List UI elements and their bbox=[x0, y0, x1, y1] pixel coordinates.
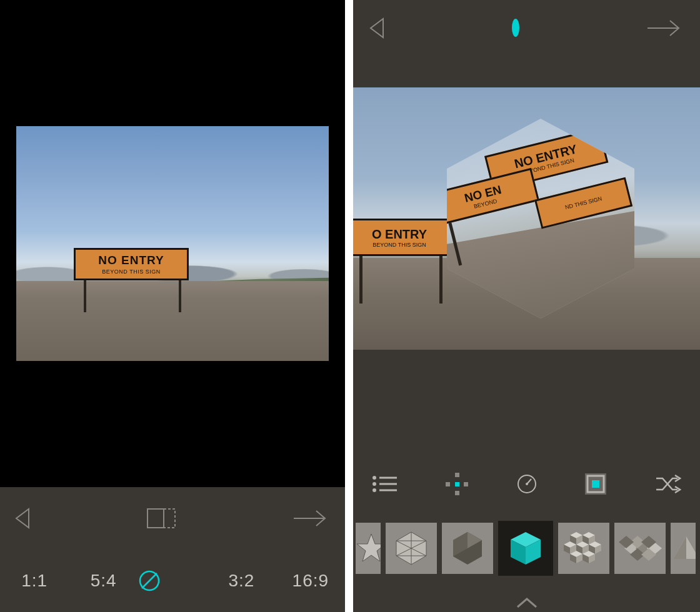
expand-button[interactable] bbox=[516, 597, 538, 608]
timer-button[interactable] bbox=[517, 474, 537, 494]
svg-point-12 bbox=[372, 488, 376, 492]
photo-preview: NO ENTRY BEYOND THIS SIGN bbox=[16, 126, 329, 361]
svg-marker-6 bbox=[371, 19, 383, 37]
sphere-icon bbox=[449, 530, 486, 566]
sign-post bbox=[179, 275, 181, 312]
chevron-up-icon bbox=[516, 597, 538, 608]
svg-line-5 bbox=[142, 573, 157, 588]
next-button[interactable] bbox=[646, 19, 684, 37]
hex-overlay[interactable]: NO ENTRY BEYOND THIS SIGN NO EN BEYOND bbox=[447, 119, 634, 318]
position-button[interactable] bbox=[446, 473, 468, 495]
svg-point-21 bbox=[526, 483, 528, 485]
triangle-left-icon bbox=[15, 508, 30, 529]
effect-editor-screen: O ENTRY BEYOND THIS SIGN NO ENTRY BEYOND bbox=[353, 0, 700, 612]
svg-rect-16 bbox=[455, 482, 459, 486]
svg-rect-17 bbox=[464, 482, 468, 486]
aspect-ratio-row: 1:1 5:4 3:2 16:9 bbox=[0, 550, 345, 612]
shape-cubes-pattern[interactable] bbox=[558, 523, 609, 574]
shape-sphere[interactable] bbox=[442, 523, 493, 574]
shuffle-icon bbox=[655, 475, 681, 493]
shape-cube[interactable] bbox=[498, 521, 553, 576]
next-button[interactable] bbox=[292, 509, 330, 528]
svg-rect-2 bbox=[164, 509, 175, 528]
sign-line2: BEYOND THIS SIGN bbox=[372, 242, 426, 248]
svg-rect-14 bbox=[455, 473, 459, 477]
ratio-none[interactable] bbox=[138, 570, 207, 592]
effect-preview[interactable]: O ENTRY BEYOND THIS SIGN NO ENTRY BEYOND bbox=[353, 87, 700, 350]
photo-canvas[interactable]: NO ENTRY BEYOND THIS SIGN bbox=[0, 0, 345, 487]
sign-line2: BEYOND THIS SIGN bbox=[102, 269, 160, 275]
ratio-16-9[interactable]: 16:9 bbox=[276, 571, 345, 591]
back-button[interactable] bbox=[369, 17, 384, 39]
svg-rect-1 bbox=[148, 509, 164, 528]
crop-controls: 1:1 5:4 3:2 16:9 bbox=[0, 487, 345, 612]
list-button[interactable] bbox=[372, 475, 397, 493]
shape-star[interactable] bbox=[356, 523, 381, 574]
sign-board: NO ENTRY BEYOND THIS SIGN bbox=[74, 248, 189, 280]
icosahedron-icon bbox=[392, 530, 430, 567]
pyramid-icon bbox=[671, 534, 696, 563]
position-icon bbox=[446, 473, 468, 495]
svg-point-10 bbox=[372, 482, 376, 486]
tool-row bbox=[353, 462, 700, 506]
cubes-pattern-icon bbox=[564, 530, 604, 566]
svg-point-8 bbox=[372, 476, 376, 480]
star-icon bbox=[356, 533, 381, 564]
top-bar bbox=[353, 0, 700, 56]
crop-frame-button[interactable] bbox=[147, 508, 176, 528]
back-button[interactable] bbox=[15, 508, 30, 529]
photo-base: O ENTRY BEYOND THIS SIGN NO ENTRY BEYOND bbox=[353, 87, 700, 350]
crop-editor-screen: NO ENTRY BEYOND THIS SIGN bbox=[0, 0, 345, 612]
frame-button[interactable] bbox=[585, 473, 606, 495]
arrow-right-icon bbox=[292, 509, 330, 528]
square-frame-icon bbox=[586, 475, 605, 493]
capture-button[interactable] bbox=[512, 22, 519, 34]
svg-rect-23 bbox=[592, 480, 599, 488]
shape-rhombus-pattern[interactable] bbox=[614, 523, 666, 574]
ratio-5-4[interactable]: 5:4 bbox=[69, 571, 138, 591]
triangle-left-icon bbox=[369, 17, 384, 39]
list-icon bbox=[372, 475, 397, 493]
shuffle-button[interactable] bbox=[655, 475, 681, 493]
sign-line1: O ENTRY bbox=[372, 227, 427, 242]
cube-icon bbox=[506, 528, 546, 568]
null-set-icon bbox=[138, 570, 161, 592]
speedometer-icon bbox=[517, 474, 537, 494]
svg-rect-15 bbox=[446, 482, 450, 486]
photo-ground bbox=[16, 281, 329, 361]
ring-icon bbox=[512, 19, 519, 37]
screenshot-divider bbox=[345, 0, 353, 612]
svg-rect-18 bbox=[455, 491, 459, 495]
svg-marker-24 bbox=[357, 534, 381, 561]
svg-marker-67 bbox=[673, 536, 686, 559]
rhombus-pattern-icon bbox=[617, 536, 663, 561]
sign-line1: NO ENTRY bbox=[98, 254, 164, 267]
sign-line2: ND THIS SIGN bbox=[564, 195, 602, 210]
ratio-1-1[interactable]: 1:1 bbox=[0, 571, 69, 591]
shape-icosahedron[interactable] bbox=[386, 523, 437, 574]
ratio-3-2[interactable]: 3:2 bbox=[207, 571, 276, 591]
shape-picker[interactable] bbox=[353, 518, 700, 578]
crop-frame-icon bbox=[147, 508, 176, 528]
sign-post bbox=[84, 275, 86, 312]
shape-pyramid[interactable] bbox=[671, 523, 696, 574]
arrow-right-icon bbox=[646, 19, 684, 37]
svg-marker-0 bbox=[16, 509, 29, 528]
